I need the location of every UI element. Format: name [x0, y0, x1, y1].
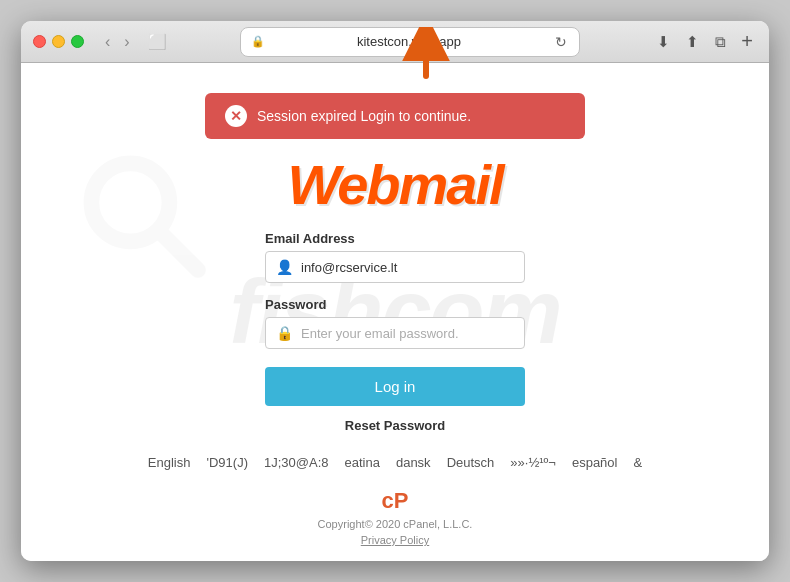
cpanel-logo: cP — [318, 488, 473, 514]
traffic-lights — [33, 35, 84, 48]
svg-line-2 — [159, 231, 198, 270]
email-input-wrapper: 👤 — [265, 251, 525, 283]
person-icon: 👤 — [276, 259, 293, 275]
login-form: Email Address 👤 Password 🔒 Log in Reset … — [265, 231, 525, 433]
title-bar: ‹ › ⬜ 🔒 kitestcon.web.app ↻ ⬇ ⬆ ⧉ + — [21, 21, 769, 63]
download-button[interactable]: ⬇ — [652, 30, 675, 53]
lang-eatina[interactable]: eatina — [345, 455, 380, 470]
address-bar[interactable]: 🔒 kitestcon.web.app ↻ — [240, 27, 580, 57]
lang-1j30[interactable]: 1J;30@A:8 — [264, 455, 329, 470]
lang-special[interactable]: »»·½¹º¬ — [510, 455, 556, 470]
reset-password-link[interactable]: Reset Password — [265, 418, 525, 433]
lang-dansk[interactable]: dansk — [396, 455, 431, 470]
lang-d91j[interactable]: 'D91(J) — [206, 455, 248, 470]
email-input[interactable] — [301, 260, 514, 275]
back-button[interactable]: ‹ — [100, 31, 115, 53]
lang-english[interactable]: English — [148, 455, 191, 470]
toolbar-right: ⬇ ⬆ ⧉ + — [652, 30, 757, 53]
url-text: kitestcon.web.app — [271, 34, 547, 49]
password-label: Password — [265, 297, 525, 312]
privacy-policy-link[interactable]: Privacy Policy — [361, 534, 429, 546]
lang-amp[interactable]: & — [633, 455, 642, 470]
new-tab-button[interactable]: + — [737, 30, 757, 53]
email-label: Email Address — [265, 231, 525, 246]
alert-icon: ✕ — [225, 105, 247, 127]
alert-message: Session expired Login to continue. — [257, 108, 471, 124]
alert-banner: ✕ Session expired Login to continue. — [205, 93, 585, 139]
page-content: fishcom ✕ Session expired Login to conti… — [21, 63, 769, 561]
reload-button[interactable]: ↻ — [553, 32, 569, 52]
lock-field-icon: 🔒 — [276, 325, 293, 341]
login-button[interactable]: Log in — [265, 367, 525, 406]
lang-espanol[interactable]: español — [572, 455, 618, 470]
copyright-text: Copyright© 2020 cPanel, L.L.C. — [318, 518, 473, 530]
password-input-wrapper: 🔒 — [265, 317, 525, 349]
forward-button[interactable]: › — [119, 31, 134, 53]
share-button[interactable]: ⬆ — [681, 30, 704, 53]
close-button[interactable] — [33, 35, 46, 48]
minimize-button[interactable] — [52, 35, 65, 48]
sidebar-toggle[interactable]: ⬜ — [143, 31, 172, 53]
webmail-logo: Webmail — [287, 157, 502, 213]
tabs-button[interactable]: ⧉ — [710, 30, 731, 53]
lock-icon: 🔒 — [251, 35, 265, 48]
svg-point-1 — [91, 163, 169, 241]
language-bar: English 'D91(J) 1J;30@A:8 eatina dansk D… — [128, 455, 662, 470]
magnifier-watermark — [81, 153, 211, 283]
browser-window: ‹ › ⬜ 🔒 kitestcon.web.app ↻ ⬇ ⬆ ⧉ + — [21, 21, 769, 561]
password-input[interactable] — [301, 326, 514, 341]
lang-deutsch[interactable]: Deutsch — [447, 455, 495, 470]
nav-buttons: ‹ › — [100, 31, 135, 53]
maximize-button[interactable] — [71, 35, 84, 48]
footer: cP Copyright© 2020 cPanel, L.L.C. Privac… — [318, 488, 473, 560]
